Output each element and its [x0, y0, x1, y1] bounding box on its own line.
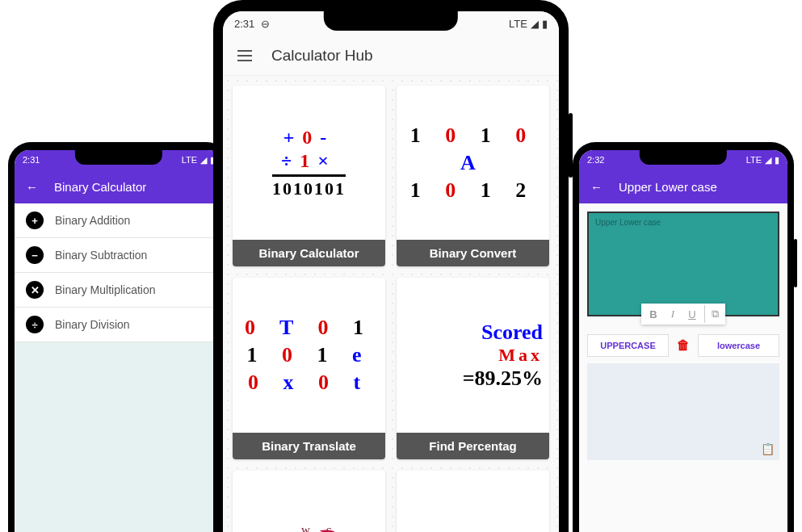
signal-icon: ◢	[531, 18, 539, 30]
card-find-percentage[interactable]: Scored Max =89.25% Find Percentag	[397, 278, 549, 459]
format-toolbar: B I U ⧉	[641, 304, 725, 325]
list-item-label: Binary Division	[55, 318, 130, 331]
card-image: 1 0 1 0 A 1 0 1 2	[397, 86, 549, 240]
card-binary-converter[interactable]: 1 0 1 0 A 1 0 1 2 Binary Convert	[397, 86, 549, 266]
list-item-addition[interactable]: + Binary Addition	[15, 203, 223, 238]
card-label: Binary Calculator	[233, 240, 385, 266]
back-icon[interactable]	[26, 180, 38, 194]
signal-icon: ◢	[200, 155, 207, 165]
card-word-count[interactable]: W w c 10 18	[233, 471, 385, 532]
plus-icon: +	[26, 212, 44, 229]
card-binary-translate[interactable]: 0 T 0 1 1 0 1 e 0 x 0 t Binary Translate	[233, 278, 385, 459]
divide-icon: ÷	[26, 316, 44, 333]
delete-button[interactable]: 🗑	[672, 338, 695, 353]
card-image: 0 T 0 1 1 0 1 e 0 x 0 t	[233, 278, 385, 432]
placeholder-text: Upper Lower case	[595, 218, 661, 227]
plus-icon: +	[397, 471, 549, 532]
card-label: Binary Convert	[397, 240, 549, 266]
battery-icon: ▮	[775, 155, 779, 165]
card-label: Binary Translate	[233, 433, 385, 459]
card-binary-calculator[interactable]: +0- ÷1× 1010101 Binary Calculator	[233, 86, 385, 266]
battery-icon: ▮	[542, 18, 548, 30]
page-title: Upper Lower case	[619, 180, 717, 194]
hub-grid: +0- ÷1× 1010101 Binary Calculator 1 0 1 …	[223, 76, 559, 532]
text-input[interactable]: Upper Lower case B I U ⧉	[587, 212, 779, 316]
phone-calculator-hub: 2:31 ⊖ LTE ◢ ▮ Calculator Hub +0- ÷1× 10…	[213, 0, 569, 532]
list-item-label: Binary Addition	[55, 214, 130, 227]
app-bar: Calculator Hub	[223, 36, 559, 76]
list-item-label: Binary Multiplication	[55, 283, 156, 296]
status-time: 2:31	[234, 18, 254, 30]
bold-button[interactable]: B	[645, 305, 662, 323]
status-network: LTE	[509, 18, 527, 30]
status-time: 2:32	[587, 155, 604, 165]
svg-text:w: w	[301, 523, 310, 532]
lowercase-button[interactable]: lowercase	[698, 334, 779, 357]
phone-upper-lower-case: 2:32 LTE ◢ ▮ Upper Lower case Upper Lowe…	[573, 142, 794, 532]
status-network: LTE	[746, 155, 762, 165]
app-bar: Upper Lower case	[579, 170, 787, 203]
app-bar: Binary Calculator	[15, 170, 223, 203]
card-image: +0- ÷1× 1010101	[233, 86, 385, 240]
card-image: W w c 10 18	[233, 471, 385, 532]
action-row: UPPERCASE 🗑 lowercase	[587, 334, 779, 357]
minus-icon: −	[26, 246, 44, 264]
card-image: Scored Max =89.25%	[397, 278, 549, 432]
menu-icon[interactable]	[237, 50, 252, 61]
output-box: 📋	[587, 363, 779, 460]
svg-text:W: W	[275, 522, 322, 532]
card-plus[interactable]: +	[397, 471, 549, 532]
page-title: Calculator Hub	[271, 47, 373, 65]
operation-list: + Binary Addition − Binary Subtraction ✕…	[15, 203, 223, 532]
status-network: LTE	[182, 155, 197, 165]
list-item-subtraction[interactable]: − Binary Subtraction	[15, 238, 223, 273]
status-time: 2:31	[23, 155, 40, 165]
copy-button[interactable]: ⧉	[704, 305, 722, 323]
paste-icon[interactable]: 📋	[761, 442, 775, 455]
card-label: Find Percentag	[397, 433, 549, 459]
list-item-division[interactable]: ÷ Binary Division	[15, 308, 223, 342]
multiply-icon: ✕	[26, 281, 44, 299]
list-item-multiplication[interactable]: ✕ Binary Multiplication	[15, 273, 223, 308]
phone-binary-calculator: 2:31 LTE ◢ ▮ Binary Calculator + Binary …	[8, 142, 229, 532]
back-icon[interactable]	[590, 180, 603, 194]
signal-icon: ◢	[765, 155, 771, 165]
uppercase-button[interactable]: UPPERCASE	[587, 334, 669, 357]
page-title: Binary Calculator	[54, 180, 146, 194]
underline-button[interactable]: U	[683, 305, 701, 323]
italic-button[interactable]: I	[664, 305, 682, 323]
list-item-label: Binary Subtraction	[55, 249, 147, 262]
